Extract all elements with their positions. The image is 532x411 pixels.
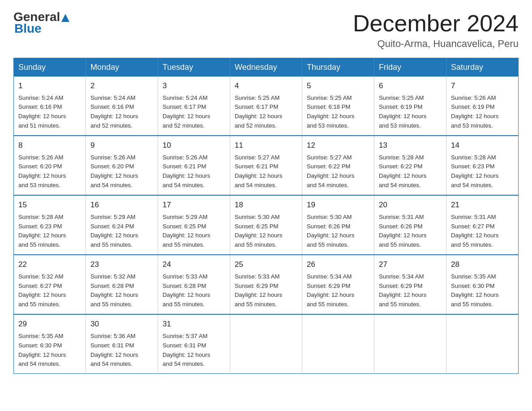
col-monday: Monday [86,58,158,77]
day-number: 5 [307,80,369,92]
title-block: December 2024 Quito-Arma, Huancavelica, … [353,11,519,50]
day-info: Sunrise: 5:28 AMSunset: 6:23 PMDaylight:… [18,214,66,248]
calendar-week-row: 29 Sunrise: 5:35 AMSunset: 6:30 PMDaylig… [14,314,519,374]
day-number: 24 [163,259,225,270]
table-row: 7 Sunrise: 5:26 AMSunset: 6:19 PMDayligh… [446,77,519,136]
day-number: 20 [379,199,442,211]
table-row: 28 Sunrise: 5:35 AMSunset: 6:30 PMDaylig… [446,255,519,314]
table-row: 21 Sunrise: 5:31 AMSunset: 6:27 PMDaylig… [446,195,519,255]
day-info: Sunrise: 5:25 AMSunset: 6:18 PMDaylight:… [307,94,354,129]
col-thursday: Thursday [302,58,374,77]
month-title: December 2024 [353,11,519,36]
calendar-week-row: 15 Sunrise: 5:28 AMSunset: 6:23 PMDaylig… [14,195,519,255]
day-number: 23 [90,259,153,270]
day-number: 6 [379,80,442,92]
day-number: 27 [379,259,442,270]
day-number: 7 [451,80,514,92]
day-number: 21 [451,199,514,211]
day-info: Sunrise: 5:33 AMSunset: 6:28 PMDaylight:… [163,273,210,308]
table-row: 22 Sunrise: 5:32 AMSunset: 6:27 PMDaylig… [14,255,86,314]
table-row: 8 Sunrise: 5:26 AMSunset: 6:20 PMDayligh… [14,136,86,195]
table-row: 12 Sunrise: 5:27 AMSunset: 6:22 PMDaylig… [302,136,374,195]
col-saturday: Saturday [446,58,519,77]
day-number: 11 [235,140,297,151]
table-row: 6 Sunrise: 5:25 AMSunset: 6:19 PMDayligh… [374,77,446,136]
col-sunday: Sunday [14,58,86,77]
calendar-week-row: 22 Sunrise: 5:32 AMSunset: 6:27 PMDaylig… [14,255,519,314]
col-tuesday: Tuesday [158,58,230,77]
day-number: 31 [163,318,225,330]
day-number: 29 [18,318,81,330]
day-info: Sunrise: 5:28 AMSunset: 6:22 PMDaylight:… [379,154,426,189]
day-number: 12 [307,140,369,151]
logo: General Blue [13,11,69,36]
day-info: Sunrise: 5:26 AMSunset: 6:20 PMDaylight:… [18,154,66,189]
day-number: 28 [451,259,514,270]
table-row: 4 Sunrise: 5:25 AMSunset: 6:17 PMDayligh… [230,77,302,136]
svg-marker-0 [61,14,69,22]
table-row [374,314,446,374]
day-number: 3 [163,80,225,92]
table-row [446,314,519,374]
table-row: 20 Sunrise: 5:31 AMSunset: 6:26 PMDaylig… [374,195,446,255]
calendar-header-row: Sunday Monday Tuesday Wednesday Thursday… [14,58,519,77]
header: General Blue December 2024 Quito-Arma, H… [13,11,519,50]
day-info: Sunrise: 5:34 AMSunset: 6:29 PMDaylight:… [379,273,426,308]
table-row: 25 Sunrise: 5:33 AMSunset: 6:29 PMDaylig… [230,255,302,314]
day-info: Sunrise: 5:24 AMSunset: 6:16 PMDaylight:… [90,94,138,129]
day-info: Sunrise: 5:24 AMSunset: 6:17 PMDaylight:… [163,94,210,129]
table-row: 31 Sunrise: 5:37 AMSunset: 6:31 PMDaylig… [158,314,230,374]
day-number: 16 [90,199,153,211]
day-number: 19 [307,199,369,211]
table-row: 9 Sunrise: 5:26 AMSunset: 6:20 PMDayligh… [86,136,158,195]
day-number: 4 [235,80,297,92]
day-info: Sunrise: 5:32 AMSunset: 6:28 PMDaylight:… [90,273,138,308]
day-info: Sunrise: 5:26 AMSunset: 6:20 PMDaylight:… [90,154,138,189]
day-info: Sunrise: 5:34 AMSunset: 6:29 PMDaylight:… [307,273,354,308]
day-number: 30 [90,318,153,330]
col-friday: Friday [374,58,446,77]
day-number: 14 [451,140,514,151]
table-row: 17 Sunrise: 5:29 AMSunset: 6:25 PMDaylig… [158,195,230,255]
table-row [302,314,374,374]
day-number: 9 [90,140,153,151]
day-number: 13 [379,140,442,151]
table-row: 19 Sunrise: 5:30 AMSunset: 6:26 PMDaylig… [302,195,374,255]
day-info: Sunrise: 5:31 AMSunset: 6:27 PMDaylight:… [451,214,498,248]
table-row: 24 Sunrise: 5:33 AMSunset: 6:28 PMDaylig… [158,255,230,314]
day-info: Sunrise: 5:35 AMSunset: 6:30 PMDaylight:… [18,333,66,368]
logo-arrow-icon [61,14,69,22]
table-row: 14 Sunrise: 5:28 AMSunset: 6:23 PMDaylig… [446,136,519,195]
day-info: Sunrise: 5:24 AMSunset: 6:16 PMDaylight:… [18,94,66,129]
page: General Blue December 2024 Quito-Arma, H… [0,0,532,383]
day-number: 25 [235,259,297,270]
day-number: 10 [163,140,225,151]
day-info: Sunrise: 5:29 AMSunset: 6:25 PMDaylight:… [163,214,210,248]
day-info: Sunrise: 5:35 AMSunset: 6:30 PMDaylight:… [451,273,498,308]
table-row: 23 Sunrise: 5:32 AMSunset: 6:28 PMDaylig… [86,255,158,314]
day-info: Sunrise: 5:27 AMSunset: 6:22 PMDaylight:… [307,154,354,189]
col-wednesday: Wednesday [230,58,302,77]
table-row: 29 Sunrise: 5:35 AMSunset: 6:30 PMDaylig… [14,314,86,374]
table-row: 26 Sunrise: 5:34 AMSunset: 6:29 PMDaylig… [302,255,374,314]
day-info: Sunrise: 5:33 AMSunset: 6:29 PMDaylight:… [235,273,282,308]
table-row: 10 Sunrise: 5:26 AMSunset: 6:21 PMDaylig… [158,136,230,195]
calendar-week-row: 8 Sunrise: 5:26 AMSunset: 6:20 PMDayligh… [14,136,519,195]
day-info: Sunrise: 5:29 AMSunset: 6:24 PMDaylight:… [90,214,138,248]
table-row: 11 Sunrise: 5:27 AMSunset: 6:21 PMDaylig… [230,136,302,195]
logo-blue: Blue [13,21,42,36]
calendar-table: Sunday Monday Tuesday Wednesday Thursday… [13,58,519,374]
table-row [230,314,302,374]
day-info: Sunrise: 5:25 AMSunset: 6:19 PMDaylight:… [379,94,426,129]
day-number: 18 [235,199,297,211]
day-number: 1 [18,80,81,92]
day-info: Sunrise: 5:26 AMSunset: 6:21 PMDaylight:… [163,154,210,189]
day-info: Sunrise: 5:31 AMSunset: 6:26 PMDaylight:… [379,214,426,248]
day-info: Sunrise: 5:27 AMSunset: 6:21 PMDaylight:… [235,154,282,189]
table-row: 16 Sunrise: 5:29 AMSunset: 6:24 PMDaylig… [86,195,158,255]
day-number: 8 [18,140,81,151]
day-info: Sunrise: 5:37 AMSunset: 6:31 PMDaylight:… [163,333,210,368]
day-info: Sunrise: 5:28 AMSunset: 6:23 PMDaylight:… [451,154,498,189]
table-row: 27 Sunrise: 5:34 AMSunset: 6:29 PMDaylig… [374,255,446,314]
day-number: 2 [90,80,153,92]
